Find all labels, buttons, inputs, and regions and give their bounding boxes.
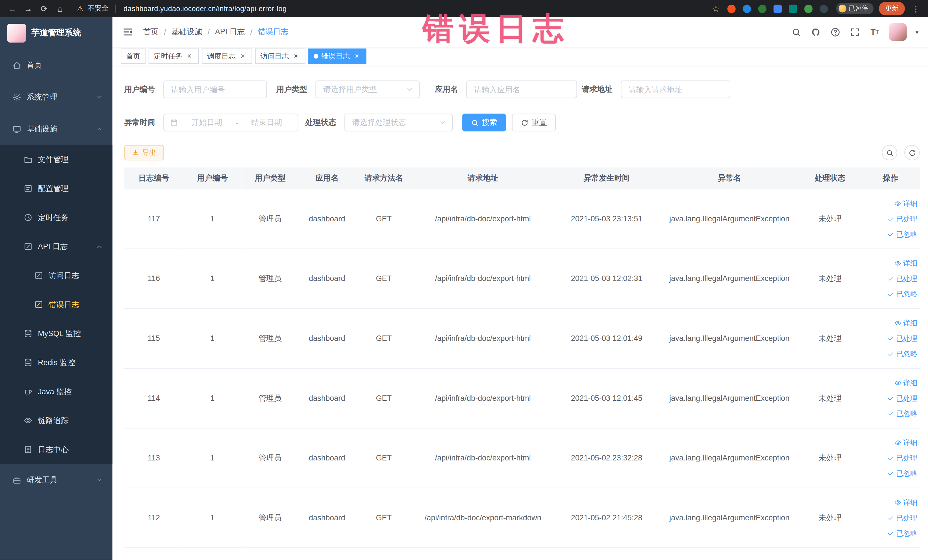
sidebar-item-11[interactable]: Java 监控 <box>0 377 112 406</box>
process-status-select[interactable]: 请选择处理状态 <box>344 113 453 131</box>
action-processed[interactable]: 已处理 <box>864 211 917 226</box>
export-button[interactable]: 导出 <box>124 145 164 160</box>
sidebar-item-5[interactable]: 定时任务 <box>0 203 112 232</box>
sidebar-item-1[interactable]: 系统管理 <box>0 81 112 113</box>
extension-icon-4[interactable] <box>774 5 782 13</box>
reset-button[interactable]: 重置 <box>512 113 556 131</box>
extension-icon-5[interactable] <box>789 5 797 13</box>
bookmark-star-icon[interactable]: ☆ <box>708 1 723 16</box>
sidebar-item-13[interactable]: 日志中心 <box>0 435 112 464</box>
user-type-select[interactable]: 请选择用户类型 <box>316 81 420 98</box>
refresh-button[interactable] <box>904 145 920 160</box>
tab-2[interactable]: 调度日志× <box>202 49 252 64</box>
close-icon[interactable]: × <box>238 52 247 61</box>
action-detail[interactable]: 详细 <box>864 494 917 510</box>
close-icon[interactable]: × <box>292 52 300 61</box>
app-name-input[interactable] <box>466 81 577 98</box>
close-icon[interactable]: × <box>353 52 361 61</box>
home-icon[interactable]: ⌂ <box>53 1 68 16</box>
cell-method: GET <box>355 428 412 488</box>
extension-icon-1[interactable] <box>728 5 736 13</box>
extension-icon-3[interactable] <box>758 5 766 13</box>
tab-4[interactable]: 错误日志× <box>308 49 366 64</box>
avatar[interactable] <box>889 23 907 41</box>
sidebar-item-14[interactable]: 研发工具 <box>0 464 112 496</box>
help-icon[interactable] <box>830 26 841 37</box>
action-detail[interactable]: 详细 <box>864 375 917 390</box>
breadcrumb-home[interactable]: 首页 <box>143 26 159 37</box>
folder-icon <box>24 155 32 164</box>
github-icon[interactable] <box>811 26 821 37</box>
sidebar-item-3[interactable]: 文件管理 <box>0 145 112 174</box>
menu-kebab-icon[interactable]: ⋮ <box>908 1 923 16</box>
back-icon[interactable]: ← <box>5 1 20 16</box>
sidebar-item-12[interactable]: 链路追踪 <box>0 406 112 435</box>
cell-id: 115 <box>124 308 183 368</box>
user-id-input[interactable] <box>163 81 267 98</box>
date-range-picker[interactable]: 开始日期 - 结束日期 <box>163 113 298 131</box>
font-size-icon[interactable]: TT <box>870 26 880 37</box>
request-url-input[interactable] <box>621 81 730 98</box>
toggle-search-button[interactable] <box>882 145 897 160</box>
reload-icon[interactable]: ⟳ <box>37 1 52 16</box>
tab-3[interactable]: 访问日志× <box>255 49 305 64</box>
cell-time: 2021-05-03 12:02:31 <box>553 249 660 308</box>
update-button[interactable]: 更新 <box>879 2 905 15</box>
chevron-down-icon[interactable]: ▾ <box>916 29 918 35</box>
sidebar-item-7[interactable]: 访问日志 <box>0 261 112 290</box>
action-ignored[interactable]: 已忽略 <box>864 525 917 540</box>
cell-status: 未处理 <box>799 308 861 368</box>
url-text[interactable]: dashboard.yudao.iocoder.cn/infra/log/api… <box>124 5 287 13</box>
hamburger-icon[interactable] <box>122 26 133 38</box>
cell-user_id: 1 <box>183 368 241 428</box>
edit-icon <box>34 300 43 309</box>
page-content: 用户编号 用户类型 请选择用户类型 应用名 请求地址 异常时间 <box>112 81 928 548</box>
action-processed[interactable]: 已处理 <box>864 331 917 346</box>
home-icon <box>12 61 21 70</box>
paused-badge[interactable]: 已暂停 <box>836 3 873 14</box>
extension-icon-7[interactable] <box>820 5 828 13</box>
breadcrumb-infra[interactable]: 基础设施 <box>171 26 202 37</box>
action-detail[interactable]: 详细 <box>864 315 917 331</box>
action-ignored[interactable]: 已忽略 <box>864 286 917 302</box>
sidebar-item-9[interactable]: MySQL 监控 <box>0 319 112 348</box>
sidebar-item-label: 基础设施 <box>26 124 57 134</box>
cell-url: /api/infra/db-doc/export-markdown <box>412 488 553 548</box>
action-detail[interactable]: 详细 <box>864 435 917 450</box>
action-processed[interactable]: 已处理 <box>864 510 917 525</box>
sidebar-logo[interactable]: 芋道管理系统 <box>0 17 112 49</box>
action-ignored[interactable]: 已忽略 <box>864 346 917 362</box>
security-warning-icon[interactable]: ⚠ <box>77 5 83 13</box>
fullscreen-icon[interactable] <box>850 26 860 37</box>
action-detail[interactable]: 详细 <box>864 255 917 271</box>
action-processed[interactable]: 已处理 <box>864 450 917 465</box>
breadcrumb: 首页 / 基础设施 / API 日志 / 错误日志 <box>143 26 288 37</box>
search-button[interactable]: 搜索 <box>462 113 506 131</box>
breadcrumb-api-log[interactable]: API 日志 <box>215 26 245 37</box>
cell-app_name: dashboard <box>299 368 355 428</box>
sidebar-item-2[interactable]: 基础设施 <box>0 113 112 145</box>
sidebar-item-6[interactable]: API 日志 <box>0 232 112 261</box>
close-icon[interactable]: × <box>185 52 194 61</box>
tab-1[interactable]: 定时任务× <box>149 49 199 64</box>
table-row: 1121管理员dashboardGET/api/infra/db-doc/exp… <box>124 488 920 548</box>
action-processed[interactable]: 已处理 <box>864 390 917 406</box>
request-url-label: 请求地址 <box>582 84 612 95</box>
chevron-up-icon <box>96 125 103 133</box>
edit-icon <box>24 242 32 251</box>
sidebar-item-10[interactable]: Redis 监控 <box>0 348 112 377</box>
forward-icon[interactable]: → <box>21 1 36 16</box>
sidebar-item-0[interactable]: 首页 <box>0 49 112 81</box>
action-ignored[interactable]: 已忽略 <box>864 465 917 481</box>
tab-0[interactable]: 首页 <box>121 49 145 64</box>
action-processed[interactable]: 已处理 <box>864 271 917 286</box>
action-ignored[interactable]: 已忽略 <box>864 406 917 421</box>
search-icon[interactable] <box>791 26 802 37</box>
extension-icon-6[interactable] <box>804 5 812 13</box>
action-detail[interactable]: 详细 <box>864 196 917 211</box>
cell-status: 未处理 <box>799 368 861 428</box>
sidebar-item-4[interactable]: 配置管理 <box>0 174 112 203</box>
action-ignored[interactable]: 已忽略 <box>864 226 917 242</box>
sidebar-item-8[interactable]: 错误日志 <box>0 290 112 319</box>
extension-icon-2[interactable] <box>743 5 751 13</box>
